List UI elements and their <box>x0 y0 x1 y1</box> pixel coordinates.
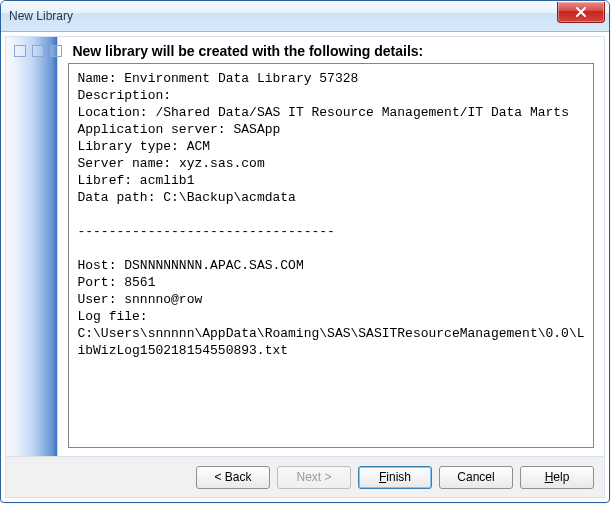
page-heading: New library will be created with the fol… <box>72 43 594 59</box>
client-area: New library will be created with the fol… <box>5 36 605 498</box>
appserver-label: Application server: <box>77 122 225 137</box>
decor-square <box>50 45 62 57</box>
port-label: Port: <box>77 275 116 290</box>
finish-button[interactable]: Finish <box>358 466 432 489</box>
decor-square <box>14 45 26 57</box>
dialog-window: New Library New library will be created … <box>0 0 610 503</box>
name-value: Environment Data Library 57328 <box>124 71 358 86</box>
libref-value: acmlib1 <box>140 173 195 188</box>
titlebar[interactable]: New Library <box>1 1 609 32</box>
next-button: Next > <box>277 466 351 489</box>
details-text[interactable]: Name: Environment Data Library 57328 Des… <box>68 63 594 448</box>
location-value: /Shared Data/SAS IT Resource Management/… <box>155 105 568 120</box>
host-value: DSNNNNNNNN.APAC.SAS.COM <box>124 258 303 273</box>
user-label: User: <box>77 292 116 307</box>
name-label: Name: <box>77 71 116 86</box>
cancel-button[interactable]: Cancel <box>439 466 513 489</box>
window-title: New Library <box>9 9 73 23</box>
port-value: 8561 <box>124 275 155 290</box>
back-button[interactable]: < Back <box>196 466 270 489</box>
servername-value: xyz.sas.com <box>179 156 265 171</box>
libtype-label: Library type: <box>77 139 178 154</box>
logfile-value: C:\Users\snnnnn\AppData\Roaming\SAS\SASI… <box>77 326 584 358</box>
datapath-label: Data path: <box>77 190 155 205</box>
servername-label: Server name: <box>77 156 171 171</box>
separator-line: --------------------------------- <box>77 224 334 239</box>
close-icon <box>575 7 587 18</box>
logfile-label: Log file: <box>77 309 147 324</box>
description-label: Description: <box>77 88 171 103</box>
wizard-main: New library will be created with the fol… <box>58 37 604 456</box>
wizard-side-banner <box>6 37 58 456</box>
location-label: Location: <box>77 105 147 120</box>
libref-label: Libref: <box>77 173 132 188</box>
close-button[interactable] <box>557 2 605 23</box>
help-button[interactable]: Help <box>520 466 594 489</box>
libtype-value: ACM <box>187 139 210 154</box>
user-value: snnnno@row <box>124 292 202 307</box>
datapath-value: C:\Backup\acmdata <box>163 190 296 205</box>
host-label: Host: <box>77 258 116 273</box>
wizard-button-bar: < Back Next > Finish Cancel Help <box>6 456 604 497</box>
decor-square <box>32 45 44 57</box>
banner-decor <box>14 45 62 57</box>
content-row: New library will be created with the fol… <box>6 37 604 456</box>
appserver-value: SASApp <box>233 122 280 137</box>
